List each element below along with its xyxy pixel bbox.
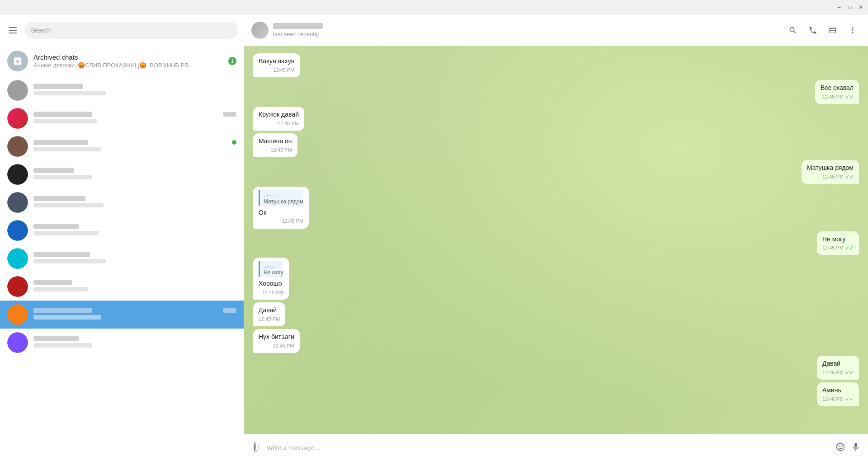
chat-item[interactable] <box>0 188 244 216</box>
message-bubble: Аминь 12:46 PM✓✓ <box>817 382 859 406</box>
hamburger-button[interactable] <box>5 23 20 38</box>
chat-avatar <box>7 108 28 129</box>
chat-preview <box>33 287 88 292</box>
chat-preview <box>33 119 97 123</box>
message-bubble: Машина он 12:45 PM <box>253 133 297 157</box>
columns-button[interactable] <box>825 22 841 38</box>
minimize-button[interactable]: – <box>835 4 843 11</box>
chat-preview <box>33 343 92 348</box>
header-actions <box>785 22 861 38</box>
read-receipt: ✓✓ <box>845 369 854 376</box>
active-chat-item[interactable] <box>0 301 244 329</box>
message-time: 12:45 PM <box>271 147 292 154</box>
archived-avatar <box>7 51 28 71</box>
chat-name <box>33 252 90 257</box>
chat-info <box>33 112 236 125</box>
chat-info <box>33 280 236 293</box>
message-bubble: Вахун вахун 12:45 PM <box>253 53 300 77</box>
contact-status: last seen recently <box>273 31 779 38</box>
message-bubble: Матушка рядом 12:45 PM✓✓ <box>802 160 859 184</box>
message-time: 12:45 PM <box>259 316 280 323</box>
reply-text: Не могу <box>264 269 283 277</box>
reply-sender: _..._— <box>264 190 303 198</box>
chat-item[interactable] <box>0 273 244 301</box>
message-time: 12:45 PM <box>822 174 844 180</box>
chat-name <box>33 140 88 145</box>
messages-area: Вахун вахун 12:45 PM Все схавал 12:45 PM… <box>244 46 868 434</box>
chat-avatar <box>7 164 28 185</box>
message-text: Кружок давай <box>259 110 299 119</box>
chat-item[interactable] <box>0 76 244 104</box>
archived-text: Archived chats Аниме девочки, 😡СЛИВ ПРОК… <box>33 53 223 69</box>
contact-name <box>273 23 323 29</box>
chat-item[interactable] <box>0 132 244 160</box>
message-time: 12:45 PM <box>822 94 844 100</box>
chat-item[interactable] <box>0 329 244 357</box>
chat-avatar <box>7 192 28 213</box>
message-bubble: Не могу 12:45 PM✓✓ <box>817 231 859 255</box>
message-text: Нух бит1аги <box>259 333 294 342</box>
message-bubble: Нух бит1аги 12:45 PM <box>253 329 300 353</box>
chat-item[interactable] <box>0 160 244 188</box>
reply-quote: _..._— Не могу <box>259 261 283 277</box>
chat-item[interactable] <box>0 104 244 132</box>
close-button[interactable]: ✕ <box>857 4 864 11</box>
message-bubble: _..._— Матушка рядом Ок 12:45 PM <box>253 187 309 229</box>
archived-badge: 1 <box>228 57 236 65</box>
chat-name <box>33 336 79 341</box>
message-time: 12:45 PM <box>273 343 294 349</box>
search-button[interactable] <box>785 22 801 38</box>
archived-subtitle: Аниме девочки, 😡СЛИВ ПРОКАЗНИЦ😡, PORNHUB… <box>33 62 223 69</box>
message-time: 12:46 PM <box>822 396 844 403</box>
call-button[interactable] <box>805 22 821 38</box>
chat-name <box>33 84 83 89</box>
chat-info <box>33 224 236 237</box>
chat-info <box>33 168 236 181</box>
chat-info <box>33 336 236 349</box>
message-composer <box>244 434 868 461</box>
chat-preview <box>33 315 101 320</box>
chat-avatar <box>7 332 28 353</box>
maximize-button[interactable]: □ <box>846 4 854 11</box>
emoji-button[interactable] <box>835 442 845 454</box>
message-text: Хорошо <box>259 279 283 288</box>
search-input[interactable] <box>31 27 232 34</box>
message-time: 12:45 PM <box>262 289 283 296</box>
chat-preview <box>33 91 106 95</box>
read-receipt: ✓✓ <box>845 174 854 180</box>
chat-info <box>33 308 236 321</box>
titlebar: – □ ✕ <box>0 0 868 14</box>
sidebar: Archived chats Аниме девочки, 😡СЛИВ ПРОК… <box>0 14 244 461</box>
chat-name <box>33 308 92 313</box>
message-input[interactable] <box>267 444 830 452</box>
message-time: 12:45 PM <box>822 245 844 251</box>
chat-avatar <box>7 304 28 325</box>
chat-preview <box>33 259 106 263</box>
archived-title: Archived chats <box>33 53 223 61</box>
message-bubble: Давай 12:46 PM✓✓ <box>817 356 859 380</box>
message-text: Давай <box>259 306 280 315</box>
chat-item[interactable] <box>0 216 244 245</box>
chat-avatar <box>7 80 28 101</box>
search-input-wrap[interactable] <box>24 22 238 39</box>
chat-item[interactable] <box>0 245 244 273</box>
archived-chats-item[interactable]: Archived chats Аниме девочки, 😡СЛИВ ПРОК… <box>0 46 244 76</box>
chat-name <box>33 224 79 229</box>
read-receipt: ✓✓ <box>845 94 854 100</box>
message-text: Матушка рядом <box>807 164 854 173</box>
chat-info <box>33 140 236 153</box>
chat-time <box>223 112 236 117</box>
more-button[interactable] <box>844 22 861 38</box>
sidebar-header <box>0 14 244 46</box>
attach-button[interactable] <box>251 442 261 454</box>
message-text: Машина он <box>259 137 292 146</box>
read-receipt: ✓✓ <box>845 245 854 251</box>
message-text: Давай <box>822 359 854 368</box>
voice-button[interactable] <box>851 442 861 454</box>
chat-avatar <box>7 220 28 241</box>
chat-info <box>33 252 236 265</box>
contact-info: last seen recently <box>273 23 779 38</box>
message-time: 12:45 PM <box>278 120 299 127</box>
chat-name <box>33 168 74 173</box>
chat-avatar <box>7 248 28 269</box>
